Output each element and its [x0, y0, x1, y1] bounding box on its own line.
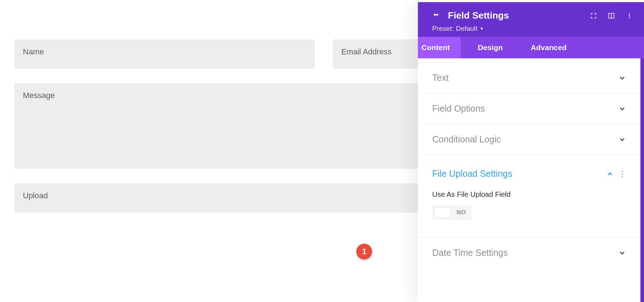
- accordion-field-options-title: Field Options: [432, 103, 485, 114]
- tab-advanced-label: Advanced: [531, 43, 566, 52]
- chevron-down-icon: [618, 249, 626, 257]
- accordion-file-upload-header[interactable]: File Upload Settings ⋮: [418, 155, 640, 189]
- accordion-file-upload: File Upload Settings ⋮ Use As File Uploa…: [418, 155, 640, 238]
- annotation-badge-1: 1: [356, 244, 372, 259]
- tab-design-label: Design: [478, 43, 503, 52]
- chevron-up-icon: [606, 170, 614, 178]
- name-input-label: Name: [23, 47, 44, 56]
- panel-body: Text Field Options Conditional Logic: [418, 58, 644, 302]
- svg-point-4: [629, 17, 630, 18]
- chevron-down-icon: [618, 105, 626, 113]
- accordion-file-upload-body: Use As File Upload Field NO: [418, 189, 640, 237]
- tab-content[interactable]: Content: [418, 37, 460, 58]
- back-icon[interactable]: [432, 12, 440, 20]
- name-input[interactable]: Name: [14, 39, 315, 69]
- use-as-file-upload-label: Use As File Upload Field: [432, 190, 626, 199]
- upload-input-label: Upload: [23, 191, 48, 200]
- tab-content-label: Content: [421, 43, 450, 52]
- settings-panel: Field Settings Preset: Default ▼ Content: [418, 2, 644, 302]
- panel-header: Field Settings Preset: Default ▼: [418, 2, 644, 37]
- message-textarea-label: Message: [23, 91, 55, 100]
- annotation-badge-1-label: 1: [362, 247, 366, 256]
- panel-title: Field Settings: [448, 10, 509, 21]
- tab-advanced[interactable]: Advanced: [513, 37, 577, 58]
- accordion-field-options-header[interactable]: Field Options: [418, 93, 640, 124]
- columns-icon[interactable]: [608, 12, 615, 20]
- email-input-label: Email Address: [341, 47, 392, 56]
- tab-design[interactable]: Design: [460, 37, 513, 58]
- expand-icon[interactable]: [590, 12, 597, 20]
- svg-point-3: [629, 15, 630, 16]
- accordion-text-title: Text: [432, 73, 449, 83]
- toggle-state-label: NO: [457, 209, 466, 216]
- accordion-conditional-logic-title: Conditional Logic: [432, 134, 501, 145]
- preset-value: Default: [456, 25, 477, 33]
- svg-point-2: [629, 13, 630, 14]
- accordion-text: Text: [418, 63, 640, 93]
- accordion-date-time-header[interactable]: Date Time Settings: [418, 238, 640, 268]
- toggle-knob: [434, 207, 451, 218]
- panel-tabs: Content Design Advanced: [418, 37, 644, 58]
- accordion-conditional-logic-header[interactable]: Conditional Logic: [418, 124, 640, 155]
- accordion-field-options: Field Options: [418, 93, 640, 124]
- accordion-text-header[interactable]: Text: [418, 63, 640, 93]
- caret-down-icon: ▼: [479, 26, 484, 31]
- preset-prefix: Preset:: [432, 25, 454, 33]
- accordion-date-time-title: Date Time Settings: [432, 248, 508, 258]
- accordion-date-time: Date Time Settings: [418, 238, 640, 268]
- chevron-down-icon: [618, 136, 626, 143]
- section-more-icon[interactable]: ⋮: [618, 172, 626, 176]
- use-as-file-upload-toggle[interactable]: NO: [432, 205, 472, 220]
- accordion-file-upload-title: File Upload Settings: [432, 169, 512, 179]
- chevron-down-icon: [618, 74, 626, 82]
- preset-selector[interactable]: Preset: Default ▼: [432, 25, 633, 33]
- accordion-conditional-logic: Conditional Logic: [418, 124, 640, 155]
- more-icon[interactable]: [625, 12, 633, 20]
- search-bar-partial: [418, 58, 640, 63]
